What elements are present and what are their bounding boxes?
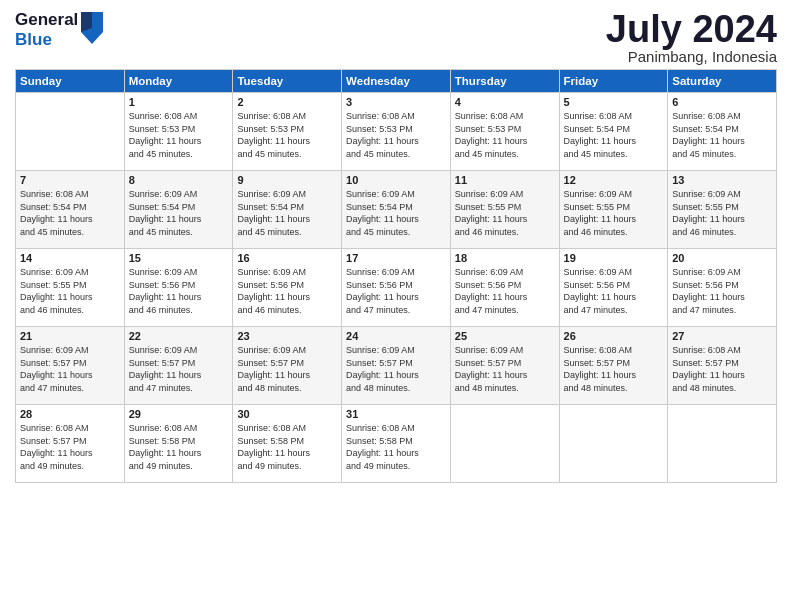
calendar-cell: 14Sunrise: 6:09 AM Sunset: 5:55 PM Dayli…	[16, 249, 125, 327]
day-info: Sunrise: 6:09 AM Sunset: 5:57 PM Dayligh…	[20, 344, 120, 394]
day-number: 23	[237, 330, 337, 342]
day-number: 1	[129, 96, 229, 108]
calendar-cell: 28Sunrise: 6:08 AM Sunset: 5:57 PM Dayli…	[16, 405, 125, 483]
day-header-friday: Friday	[559, 70, 668, 93]
day-number: 19	[564, 252, 664, 264]
calendar-cell: 5Sunrise: 6:08 AM Sunset: 5:54 PM Daylig…	[559, 93, 668, 171]
calendar-cell: 21Sunrise: 6:09 AM Sunset: 5:57 PM Dayli…	[16, 327, 125, 405]
day-info: Sunrise: 6:09 AM Sunset: 5:55 PM Dayligh…	[672, 188, 772, 238]
calendar-cell: 24Sunrise: 6:09 AM Sunset: 5:57 PM Dayli…	[342, 327, 451, 405]
month-title: July 2024	[606, 10, 777, 48]
calendar-cell: 22Sunrise: 6:09 AM Sunset: 5:57 PM Dayli…	[124, 327, 233, 405]
day-info: Sunrise: 6:09 AM Sunset: 5:57 PM Dayligh…	[346, 344, 446, 394]
day-number: 3	[346, 96, 446, 108]
day-info: Sunrise: 6:08 AM Sunset: 5:57 PM Dayligh…	[20, 422, 120, 472]
day-info: Sunrise: 6:09 AM Sunset: 5:56 PM Dayligh…	[672, 266, 772, 316]
day-info: Sunrise: 6:09 AM Sunset: 5:54 PM Dayligh…	[129, 188, 229, 238]
week-row-5: 28Sunrise: 6:08 AM Sunset: 5:57 PM Dayli…	[16, 405, 777, 483]
day-header-sunday: Sunday	[16, 70, 125, 93]
calendar-cell: 23Sunrise: 6:09 AM Sunset: 5:57 PM Dayli…	[233, 327, 342, 405]
day-info: Sunrise: 6:08 AM Sunset: 5:58 PM Dayligh…	[129, 422, 229, 472]
calendar-cell: 7Sunrise: 6:08 AM Sunset: 5:54 PM Daylig…	[16, 171, 125, 249]
logo-general: General	[15, 10, 78, 30]
day-header-saturday: Saturday	[668, 70, 777, 93]
calendar-cell: 10Sunrise: 6:09 AM Sunset: 5:54 PM Dayli…	[342, 171, 451, 249]
day-info: Sunrise: 6:09 AM Sunset: 5:56 PM Dayligh…	[237, 266, 337, 316]
calendar-cell	[668, 405, 777, 483]
title-block: July 2024 Panimbang, Indonesia	[606, 10, 777, 65]
day-info: Sunrise: 6:08 AM Sunset: 5:53 PM Dayligh…	[346, 110, 446, 160]
header: General Blue July 2024 Panimbang, Indone…	[15, 10, 777, 65]
calendar-cell: 29Sunrise: 6:08 AM Sunset: 5:58 PM Dayli…	[124, 405, 233, 483]
calendar-table: SundayMondayTuesdayWednesdayThursdayFrid…	[15, 69, 777, 483]
calendar-cell: 11Sunrise: 6:09 AM Sunset: 5:55 PM Dayli…	[450, 171, 559, 249]
day-header-thursday: Thursday	[450, 70, 559, 93]
day-info: Sunrise: 6:09 AM Sunset: 5:57 PM Dayligh…	[455, 344, 555, 394]
logo-icon	[81, 12, 103, 44]
day-info: Sunrise: 6:08 AM Sunset: 5:54 PM Dayligh…	[564, 110, 664, 160]
day-number: 13	[672, 174, 772, 186]
day-info: Sunrise: 6:08 AM Sunset: 5:54 PM Dayligh…	[672, 110, 772, 160]
day-number: 15	[129, 252, 229, 264]
day-number: 9	[237, 174, 337, 186]
calendar-cell: 6Sunrise: 6:08 AM Sunset: 5:54 PM Daylig…	[668, 93, 777, 171]
day-info: Sunrise: 6:08 AM Sunset: 5:53 PM Dayligh…	[237, 110, 337, 160]
day-number: 31	[346, 408, 446, 420]
calendar-cell: 8Sunrise: 6:09 AM Sunset: 5:54 PM Daylig…	[124, 171, 233, 249]
day-number: 24	[346, 330, 446, 342]
day-info: Sunrise: 6:08 AM Sunset: 5:58 PM Dayligh…	[346, 422, 446, 472]
day-info: Sunrise: 6:09 AM Sunset: 5:56 PM Dayligh…	[564, 266, 664, 316]
day-info: Sunrise: 6:08 AM Sunset: 5:57 PM Dayligh…	[564, 344, 664, 394]
day-number: 4	[455, 96, 555, 108]
calendar-body: 1Sunrise: 6:08 AM Sunset: 5:53 PM Daylig…	[16, 93, 777, 483]
calendar-cell: 31Sunrise: 6:08 AM Sunset: 5:58 PM Dayli…	[342, 405, 451, 483]
calendar-cell	[559, 405, 668, 483]
logo: General Blue	[15, 10, 103, 49]
day-info: Sunrise: 6:08 AM Sunset: 5:58 PM Dayligh…	[237, 422, 337, 472]
calendar-cell: 17Sunrise: 6:09 AM Sunset: 5:56 PM Dayli…	[342, 249, 451, 327]
day-header-wednesday: Wednesday	[342, 70, 451, 93]
calendar-cell: 25Sunrise: 6:09 AM Sunset: 5:57 PM Dayli…	[450, 327, 559, 405]
calendar-cell: 9Sunrise: 6:09 AM Sunset: 5:54 PM Daylig…	[233, 171, 342, 249]
calendar-cell	[450, 405, 559, 483]
calendar-cell: 18Sunrise: 6:09 AM Sunset: 5:56 PM Dayli…	[450, 249, 559, 327]
week-row-4: 21Sunrise: 6:09 AM Sunset: 5:57 PM Dayli…	[16, 327, 777, 405]
day-header-tuesday: Tuesday	[233, 70, 342, 93]
day-info: Sunrise: 6:09 AM Sunset: 5:54 PM Dayligh…	[237, 188, 337, 238]
day-number: 6	[672, 96, 772, 108]
week-row-1: 1Sunrise: 6:08 AM Sunset: 5:53 PM Daylig…	[16, 93, 777, 171]
day-info: Sunrise: 6:09 AM Sunset: 5:55 PM Dayligh…	[455, 188, 555, 238]
calendar-cell: 3Sunrise: 6:08 AM Sunset: 5:53 PM Daylig…	[342, 93, 451, 171]
day-number: 16	[237, 252, 337, 264]
day-info: Sunrise: 6:09 AM Sunset: 5:56 PM Dayligh…	[346, 266, 446, 316]
day-number: 21	[20, 330, 120, 342]
week-row-3: 14Sunrise: 6:09 AM Sunset: 5:55 PM Dayli…	[16, 249, 777, 327]
day-number: 14	[20, 252, 120, 264]
day-info: Sunrise: 6:09 AM Sunset: 5:57 PM Dayligh…	[237, 344, 337, 394]
location: Panimbang, Indonesia	[606, 48, 777, 65]
day-number: 10	[346, 174, 446, 186]
calendar-cell: 20Sunrise: 6:09 AM Sunset: 5:56 PM Dayli…	[668, 249, 777, 327]
day-number: 7	[20, 174, 120, 186]
day-number: 28	[20, 408, 120, 420]
day-number: 20	[672, 252, 772, 264]
week-row-2: 7Sunrise: 6:08 AM Sunset: 5:54 PM Daylig…	[16, 171, 777, 249]
calendar-cell: 12Sunrise: 6:09 AM Sunset: 5:55 PM Dayli…	[559, 171, 668, 249]
day-info: Sunrise: 6:09 AM Sunset: 5:54 PM Dayligh…	[346, 188, 446, 238]
day-info: Sunrise: 6:09 AM Sunset: 5:55 PM Dayligh…	[564, 188, 664, 238]
day-number: 5	[564, 96, 664, 108]
day-info: Sunrise: 6:08 AM Sunset: 5:57 PM Dayligh…	[672, 344, 772, 394]
day-header-monday: Monday	[124, 70, 233, 93]
calendar-cell: 2Sunrise: 6:08 AM Sunset: 5:53 PM Daylig…	[233, 93, 342, 171]
day-info: Sunrise: 6:08 AM Sunset: 5:53 PM Dayligh…	[129, 110, 229, 160]
day-number: 18	[455, 252, 555, 264]
day-number: 26	[564, 330, 664, 342]
day-number: 30	[237, 408, 337, 420]
day-number: 17	[346, 252, 446, 264]
header-row: SundayMondayTuesdayWednesdayThursdayFrid…	[16, 70, 777, 93]
day-number: 2	[237, 96, 337, 108]
calendar-cell	[16, 93, 125, 171]
day-info: Sunrise: 6:08 AM Sunset: 5:53 PM Dayligh…	[455, 110, 555, 160]
calendar-cell: 16Sunrise: 6:09 AM Sunset: 5:56 PM Dayli…	[233, 249, 342, 327]
day-number: 25	[455, 330, 555, 342]
